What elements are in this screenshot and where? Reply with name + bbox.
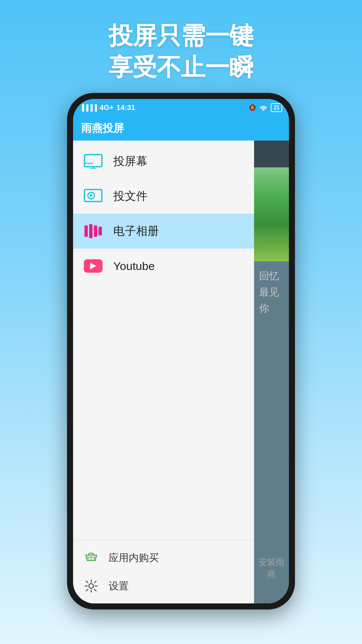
status-bar: ▐▐▐▐ 4G+ 14:31 🔕 21 [73,99,289,116]
photo-album-icon [83,221,103,241]
battery-icon: 21 [271,103,282,112]
cast-screen-icon [83,151,103,171]
svg-rect-8 [94,225,97,237]
svg-rect-7 [89,224,93,238]
svg-point-14 [89,584,94,588]
footer-item-purchase[interactable]: 应用内购买 [73,544,254,572]
settings-icon [83,578,99,594]
status-right: 🔕 21 [249,103,282,112]
app-bar: 雨燕投屏 [73,116,289,141]
phone-shell: ▐▐▐▐ 4G+ 14:31 🔕 21 雨燕投屏 [67,93,295,609]
svg-rect-9 [99,227,102,235]
purchase-label: 应用内购买 [109,551,159,565]
drawer: 投屏幕 投文件 [73,141,254,603]
basket-icon [83,550,99,566]
nav-item-cast-file[interactable]: 投文件 [73,179,254,214]
right-panel-footer: 安装雨燕 [254,553,289,583]
drawer-footer: 应用内购买 设置 [73,540,254,603]
time-display: 14:31 [116,103,135,112]
status-left: ▐▐▐▐ 4G+ 14:31 [80,103,135,112]
settings-label: 设置 [109,579,129,593]
youtube-icon [83,256,103,276]
youtube-label: Youtube [113,260,155,273]
phone-screen: ▐▐▐▐ 4G+ 14:31 🔕 21 雨燕投屏 [73,99,289,603]
content-area: 投屏幕 投文件 [73,141,289,603]
signal-icon: ▐▐▐▐ [80,104,97,111]
right-panel: 回忆 最见你 安装雨燕 [254,141,289,603]
network-type: 4G+ [100,103,114,112]
svg-rect-6 [84,225,88,237]
app-title: 雨燕投屏 [81,121,124,136]
cast-screen-label: 投屏幕 [113,154,147,169]
cast-file-label: 投文件 [113,189,147,204]
right-panel-text: 回忆 最见你 [254,261,289,323]
photo-album-label: 电子相册 [113,223,159,239]
nav-item-cast-screen[interactable]: 投屏幕 [73,144,254,179]
tagline: 投屏只需一键 享受不止一瞬 [109,20,253,83]
svg-rect-0 [84,155,102,167]
right-panel-top [254,141,289,167]
drawer-nav: 投屏幕 投文件 [73,141,254,540]
nav-item-youtube[interactable]: Youtube [73,249,254,283]
footer-item-settings[interactable]: 设置 [73,572,254,600]
cast-file-icon [83,186,103,206]
content-image [254,167,289,261]
mute-icon: 🔕 [249,104,256,111]
wifi-icon [259,104,267,111]
nav-item-photo-album[interactable]: 电子相册 [73,214,254,249]
